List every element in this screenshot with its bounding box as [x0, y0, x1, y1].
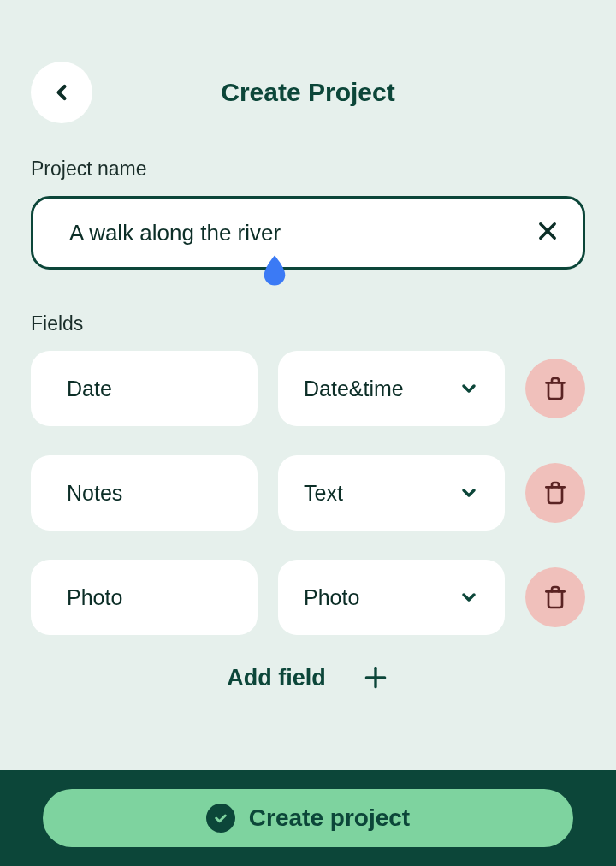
create-button-label: Create project — [249, 804, 410, 832]
field-type-select[interactable]: Text — [278, 455, 505, 531]
trash-icon — [542, 479, 569, 507]
create-project-button[interactable]: Create project — [43, 789, 573, 847]
drop-indicator-icon — [257, 252, 293, 288]
delete-field-button[interactable] — [525, 567, 585, 627]
field-row: Date Date&time — [31, 351, 585, 426]
add-field-label: Add field — [227, 665, 326, 691]
trash-icon — [542, 584, 569, 611]
field-name-value: Photo — [67, 585, 122, 610]
field-name-input[interactable]: Notes — [31, 455, 258, 531]
field-type-value: Text — [304, 481, 343, 506]
field-name-value: Notes — [67, 481, 122, 506]
project-name-input[interactable] — [31, 196, 585, 270]
field-type-value: Photo — [304, 585, 359, 610]
delete-field-button[interactable] — [525, 463, 585, 523]
close-icon — [536, 219, 560, 243]
field-row: Notes Text — [31, 455, 585, 531]
clear-input-button[interactable] — [536, 219, 560, 246]
check-circle-icon — [206, 804, 235, 833]
chevron-left-icon — [50, 80, 74, 104]
back-button[interactable] — [31, 62, 92, 123]
fields-label: Fields — [31, 312, 585, 335]
delete-field-button[interactable] — [525, 359, 585, 418]
trash-icon — [542, 375, 569, 402]
field-name-value: Date — [67, 377, 112, 401]
field-row: Photo Photo — [31, 560, 585, 635]
field-type-value: Date&time — [304, 377, 404, 401]
field-name-input[interactable]: Date — [31, 351, 258, 426]
chevron-down-icon — [459, 587, 479, 608]
project-name-label: Project name — [31, 157, 585, 181]
field-name-input[interactable]: Photo — [31, 560, 258, 635]
chevron-down-icon — [459, 483, 479, 503]
field-type-select[interactable]: Date&time — [278, 351, 505, 426]
chevron-down-icon — [459, 378, 479, 399]
add-field-button[interactable]: Add field — [31, 664, 585, 691]
field-type-select[interactable]: Photo — [278, 560, 505, 635]
plus-icon — [362, 664, 389, 691]
page-title: Create Project — [221, 78, 394, 107]
footer-bar: Create project — [0, 770, 616, 866]
